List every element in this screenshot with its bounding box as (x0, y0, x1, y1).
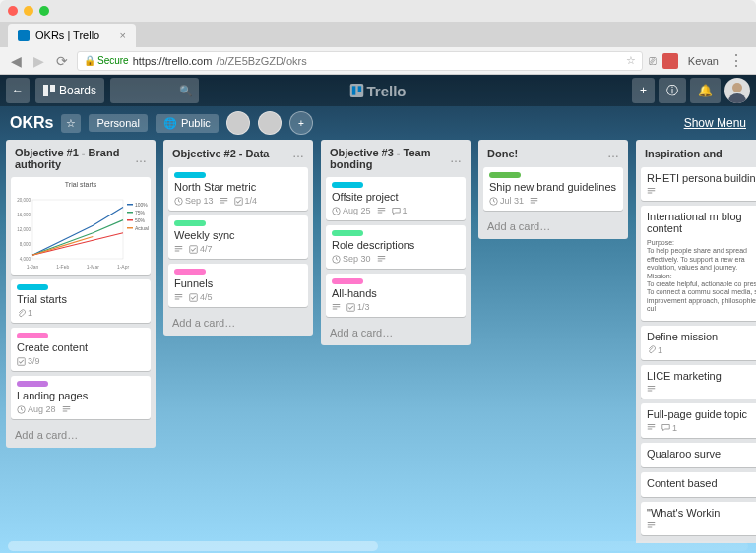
card-title: Qualaroo surve (647, 448, 756, 460)
board-member-avatar[interactable] (226, 111, 250, 135)
lists-container[interactable]: Objective #1 - Brand authority … Trial s… (0, 140, 756, 543)
card[interactable]: Funnels 4/5 (168, 264, 308, 307)
add-card-button[interactable]: Add a card… (168, 312, 308, 334)
card[interactable]: Role descriptions Sep 30 (326, 225, 466, 269)
card[interactable]: International m blog contentPurpose:To h… (641, 206, 756, 321)
minimize-window-button[interactable] (24, 6, 33, 16)
add-card-button[interactable]: Add a card… (326, 322, 466, 343)
star-board-button[interactable]: ☆ (61, 114, 81, 133)
card-title: LICE marketing (647, 370, 756, 382)
card-badges: Aug 28 (17, 404, 145, 414)
card-title: Offsite project (332, 191, 460, 203)
cast-icon[interactable]: ⎚ (649, 53, 657, 68)
list-header: Objective #2 - Data … (168, 145, 308, 162)
secure-lock-icon: 🔒 Secure (84, 55, 129, 66)
card[interactable]: Content based (641, 472, 756, 497)
notifications-button[interactable]: 🔔 (690, 78, 721, 103)
card-title: Define mission (647, 331, 756, 342)
card-badges: 1 (647, 345, 756, 355)
card-badges: 1 (17, 308, 145, 318)
svg-rect-30 (190, 293, 198, 301)
card-label (332, 278, 363, 284)
nav-reload-icon[interactable]: ⟳ (53, 53, 71, 69)
svg-rect-4 (358, 86, 362, 92)
due-badge: Aug 25 (332, 206, 371, 215)
close-window-button[interactable] (8, 6, 18, 16)
list-menu-icon[interactable]: … (135, 152, 147, 165)
list: Objective #1 - Brand authority … Trial s… (6, 140, 156, 448)
description-badge (174, 293, 183, 302)
bookmark-star-icon[interactable]: ☆ (626, 54, 636, 67)
due-badge: Aug 28 (17, 404, 56, 414)
card[interactable]: All-hands 1/3 (326, 274, 466, 317)
svg-point-6 (728, 93, 746, 103)
browser-menu-icon[interactable]: ⋮ (724, 51, 748, 70)
create-button[interactable]: + (632, 78, 655, 103)
close-tab-icon[interactable]: × (120, 30, 126, 41)
list-title[interactable]: Done! (487, 148, 607, 159)
card[interactable]: Trial starts 1 (11, 279, 151, 323)
user-avatar[interactable] (724, 78, 750, 103)
globe-icon: 🌐 (163, 117, 177, 130)
svg-text:100%: 100% (135, 202, 148, 208)
add-card-button[interactable]: Add a card… (11, 424, 151, 446)
svg-rect-0 (43, 85, 48, 96)
add-card-button[interactable]: Add a card… (483, 215, 623, 237)
list-menu-icon[interactable]: … (450, 152, 462, 165)
description-badge (332, 303, 341, 312)
team-pill[interactable]: Personal (89, 114, 147, 132)
svg-text:1-Apr: 1-Apr (117, 264, 130, 270)
card[interactable]: "What's Workin (641, 502, 756, 535)
description-badge (377, 207, 386, 215)
board-member-avatar[interactable] (258, 111, 282, 135)
scrollbar-thumb[interactable] (8, 541, 378, 551)
list-title[interactable]: Inspiration and (645, 148, 756, 159)
description-badge (647, 522, 656, 530)
card[interactable]: North Star metric Sep 13 1/4 (168, 167, 308, 211)
card[interactable]: Ship new brand guidelines Jul 31 (483, 167, 623, 211)
list: Objective #3 - Team bonding … Offsite pr… (321, 140, 471, 345)
card[interactable]: RHETI persona building (641, 167, 756, 201)
card[interactable]: Full-page guide topic 1 (641, 403, 756, 438)
checklist-badge: 3/9 (17, 356, 40, 366)
card-badges: 4/7 (174, 244, 302, 254)
card-title: "What's Workin (647, 507, 756, 519)
list-title[interactable]: Objective #3 - Team bonding (330, 147, 450, 170)
card[interactable]: Landing pages Aug 28 (11, 376, 151, 419)
back-button[interactable]: ← (6, 78, 30, 103)
card[interactable]: Create content 3/9 (11, 328, 151, 371)
trello-logo[interactable]: Trello (349, 83, 406, 99)
board-name[interactable]: OKRs (10, 114, 53, 132)
card[interactable]: Qualaroo surve (641, 443, 756, 467)
show-menu-button[interactable]: Show Menu (684, 116, 746, 130)
browser-tab[interactable]: OKRs | Trello × (8, 24, 136, 47)
maximize-window-button[interactable] (39, 6, 49, 16)
card-label (174, 220, 206, 226)
list-menu-icon[interactable]: … (607, 147, 619, 160)
list-menu-icon[interactable]: … (292, 147, 304, 160)
nav-back-icon[interactable]: ◀ (8, 53, 25, 69)
boards-label: Boards (59, 84, 96, 97)
card[interactable]: Define mission 1 (641, 326, 756, 360)
browser-profile-label[interactable]: Kevan (688, 55, 719, 67)
list-title[interactable]: Objective #2 - Data (172, 148, 292, 159)
extension-pocket-icon[interactable] (662, 53, 678, 69)
macos-titlebar (0, 0, 756, 22)
add-member-button[interactable]: + (289, 111, 313, 135)
card[interactable]: Offsite project Aug 25 1 (326, 177, 466, 220)
card-title: Weekly sync (174, 229, 302, 241)
boards-button[interactable]: Boards (35, 78, 104, 103)
card-title: Trial starts (17, 293, 145, 305)
info-button[interactable]: ⓘ (659, 78, 686, 103)
card[interactable]: LICE marketing (641, 365, 756, 399)
list-title[interactable]: Objective #1 - Brand authority (15, 147, 135, 170)
card-chart[interactable]: Trial starts 4,0008,00012,00016,00020,00… (11, 177, 151, 275)
search-input[interactable]: 🔍 (110, 78, 199, 103)
svg-text:75%: 75% (135, 210, 146, 215)
horizontal-scrollbar[interactable] (8, 541, 748, 551)
card-title: International m blog content (647, 211, 756, 234)
address-bar[interactable]: 🔒 Secure https://trello.com/b/ZE5BzGZD/o… (77, 51, 643, 71)
card[interactable]: Weekly sync 4/7 (168, 215, 308, 259)
due-badge: Jul 31 (489, 196, 524, 206)
visibility-pill[interactable]: 🌐 Public (156, 114, 219, 133)
